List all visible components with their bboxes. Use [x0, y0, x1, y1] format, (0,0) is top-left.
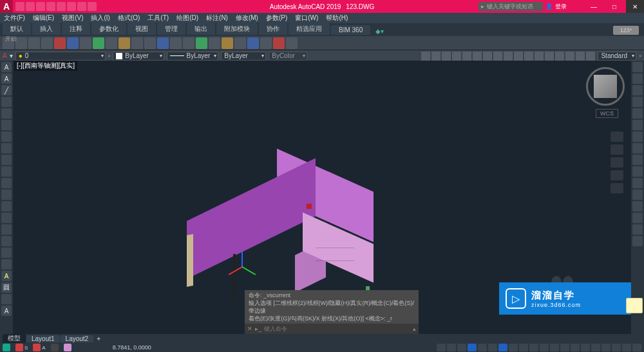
menu-window[interactable]: 窗口(W) — [294, 14, 319, 23]
panel-toggle-icon[interactable]: ◆▾ — [375, 28, 384, 35]
explode2-icon[interactable] — [632, 236, 643, 246]
join-icon[interactable] — [632, 201, 643, 211]
gradient-icon[interactable] — [1, 248, 12, 258]
style-more-icon[interactable]: ▫ — [639, 52, 641, 59]
status-otrack-icon[interactable] — [519, 344, 528, 351]
status-ortho-icon[interactable] — [468, 344, 477, 351]
tab-featured[interactable]: 精选应用 — [289, 23, 330, 35]
explode-tool-icon[interactable] — [209, 37, 220, 49]
tab-output[interactable]: 输出 — [187, 23, 215, 35]
offset-tool-icon[interactable] — [170, 37, 182, 49]
annotation-a-icon[interactable]: A — [3, 52, 7, 59]
trim-tool-icon[interactable] — [118, 37, 130, 49]
menu-draw[interactable]: 绘图(D) — [175, 14, 200, 23]
trim2-icon[interactable] — [632, 166, 643, 177]
menu-modify[interactable]: 修改(M) — [234, 14, 260, 23]
osnap-icon[interactable] — [462, 52, 471, 61]
qat-undo-icon[interactable] — [67, 2, 76, 11]
scale-tool-icon[interactable] — [183, 37, 194, 49]
tab-annotate[interactable]: 注释 — [62, 23, 90, 35]
extend2-icon[interactable] — [632, 178, 643, 188]
layout-tab-1[interactable]: Layout1 — [26, 335, 60, 342]
mirror-tool-icon[interactable] — [131, 37, 143, 49]
status-iso-icon[interactable] — [488, 344, 497, 351]
user-icon[interactable]: 👤 — [545, 3, 553, 10]
tab-default[interactable]: 默认 — [3, 23, 31, 35]
menu-file[interactable]: 文件(F) — [3, 14, 26, 23]
status-isolate-icon[interactable] — [612, 344, 621, 351]
move-tool-icon[interactable] — [80, 37, 91, 49]
status-custom-icon[interactable] — [632, 344, 641, 351]
layout-tab-model[interactable]: 模型 — [3, 334, 26, 343]
point-icon[interactable] — [1, 224, 12, 235]
menu-tools[interactable]: 工具(T) — [146, 14, 170, 23]
command-input[interactable] — [264, 326, 410, 332]
menu-insert[interactable]: 插入(I) — [90, 14, 111, 23]
move2-icon[interactable] — [632, 120, 643, 130]
status-clean-icon[interactable] — [622, 344, 631, 351]
taskbar-start-icon[interactable] — [3, 344, 10, 351]
taskbar-app3-icon[interactable] — [51, 344, 59, 351]
qat-open-icon[interactable] — [26, 2, 35, 11]
xline-icon[interactable] — [1, 97, 12, 107]
qp-icon[interactable] — [524, 52, 533, 61]
array2-icon[interactable] — [632, 108, 643, 119]
sc-icon[interactable] — [535, 52, 544, 61]
mtext2-icon[interactable]: A — [1, 306, 12, 316]
fillet2-icon[interactable] — [632, 224, 643, 235]
revcloud-icon[interactable] — [1, 166, 12, 177]
plotstyle-dropdown[interactable]: ByColor — [269, 52, 307, 61]
ortho-icon[interactable] — [442, 52, 451, 61]
copy-tool-icon[interactable] — [93, 37, 104, 49]
status-units-icon[interactable] — [591, 344, 600, 351]
table-tool-icon[interactable] — [260, 37, 272, 49]
linetype-dropdown[interactable]: ByLayer — [167, 52, 218, 61]
tab-view[interactable]: 视图 — [128, 23, 156, 35]
menu-view[interactable]: 视图(V) — [61, 14, 84, 23]
status-hw-icon[interactable] — [601, 344, 611, 351]
help-search-input[interactable]: ▸ 键入关键字或短语 — [478, 2, 543, 11]
text-icon[interactable]: A — [1, 73, 12, 84]
status-qp-icon[interactable] — [550, 344, 559, 351]
tab-manage[interactable]: 管理 — [157, 23, 185, 35]
erase-icon[interactable] — [632, 62, 643, 72]
taskbar-app1-icon[interactable] — [15, 344, 23, 351]
offset2-icon[interactable] — [632, 97, 643, 107]
leader-tool-icon[interactable] — [247, 37, 259, 49]
3d-icon[interactable] — [565, 52, 574, 61]
tab-collaborate[interactable]: 协作 — [259, 23, 287, 35]
layer-tool-icon[interactable] — [286, 37, 298, 49]
break-icon[interactable] — [632, 190, 643, 200]
line-icon[interactable]: ╱ — [1, 85, 12, 95]
polygon-icon[interactable] — [1, 120, 12, 130]
polar-icon[interactable] — [452, 52, 461, 61]
extend-tool-icon[interactable] — [196, 37, 207, 49]
am-icon[interactable] — [545, 52, 554, 61]
spline-icon[interactable] — [1, 178, 12, 188]
status-grid-icon[interactable] — [447, 344, 456, 351]
tab-insert[interactable]: 插入 — [32, 23, 61, 35]
filter-icon[interactable] — [576, 52, 585, 61]
hatch2-icon[interactable] — [1, 236, 12, 246]
status-3dosnap-icon[interactable] — [509, 344, 518, 351]
arc2-icon[interactable] — [1, 143, 12, 153]
otrack-icon[interactable] — [473, 52, 482, 61]
annotation-icon[interactable]: ▾ — [10, 52, 13, 59]
grid-icon[interactable] — [431, 52, 440, 61]
ellipse-icon[interactable] — [1, 190, 12, 200]
qat-save-icon[interactable] — [36, 2, 45, 11]
command-window[interactable]: 命令: _vscurrent 输入选项 [二维线框(2)/线框(W)/隐藏(H)… — [245, 290, 419, 334]
copy2-icon[interactable] — [632, 73, 643, 84]
gizmo-icon[interactable] — [586, 52, 595, 61]
tab-parametric[interactable]: 参数化 — [91, 23, 126, 35]
rectangle-tool-icon[interactable] — [54, 37, 66, 49]
iso-icon[interactable] — [555, 52, 564, 61]
mirror2-icon[interactable] — [632, 85, 643, 95]
polyline-tool-icon[interactable] — [15, 37, 27, 49]
status-lwt-icon[interactable] — [529, 344, 538, 351]
menu-edit[interactable]: 编辑(E) — [32, 14, 55, 23]
addsel-icon[interactable] — [1, 294, 12, 304]
status-ws-icon[interactable] — [571, 344, 580, 351]
sign-in-label[interactable]: 登录 — [555, 3, 567, 11]
block2-icon[interactable] — [1, 213, 12, 223]
